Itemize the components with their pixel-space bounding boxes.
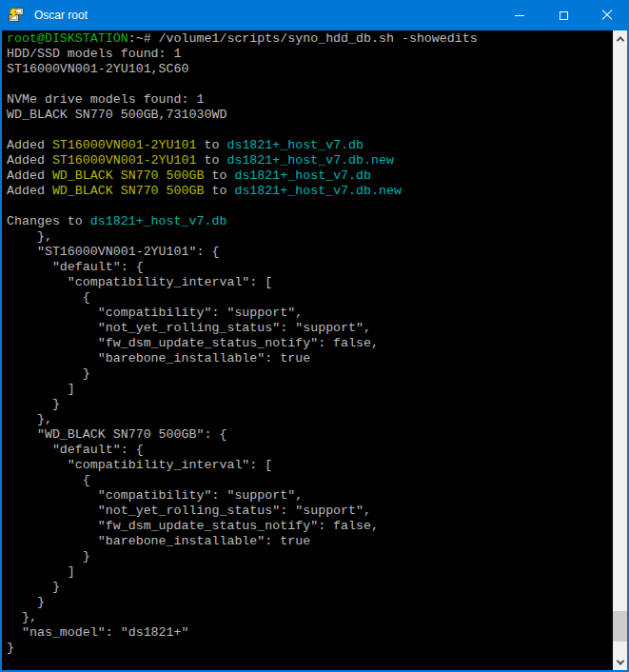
scrollbar[interactable] xyxy=(613,30,627,670)
terminal-line: } xyxy=(7,549,613,564)
terminal-line: "barebone_installable": true xyxy=(7,534,613,549)
terminal-line: "compatibility_interval": [ xyxy=(7,275,613,290)
maximize-icon xyxy=(560,11,568,20)
terminal-line: ] xyxy=(7,382,613,397)
terminal-line: Added ST16000VN001-2YU101 to ds1821+_hos… xyxy=(7,138,613,153)
scroll-down-button[interactable] xyxy=(613,654,627,670)
terminal-line: "not_yet_rolling_status": "support", xyxy=(7,321,613,336)
terminal-line: NVMe drive models found: 1 xyxy=(7,92,613,108)
terminal-line: "barebone_installable": true xyxy=(7,351,613,366)
terminal-line: ] xyxy=(7,564,613,580)
terminal-line: "compatibility": "support", xyxy=(7,306,613,321)
putty-window: Oscar root root@DISKSTATION:~# /volume1/… xyxy=(0,0,629,672)
minimize-icon xyxy=(515,15,524,16)
terminal-line: } xyxy=(7,580,613,595)
terminal-output[interactable]: root@DISKSTATION:~# /volume1/scripts/syn… xyxy=(2,30,613,670)
terminal-line: WD_BLACK SN770 500GB,731030WD xyxy=(7,108,613,123)
terminal-line: Changes to ds1821+_host_v7.db xyxy=(7,214,613,229)
scroll-up-button[interactable] xyxy=(613,30,627,47)
terminal-line: HDD/SSD models found: 1 xyxy=(7,47,613,62)
terminal-line: Added WD_BLACK SN770 500GB to ds1821+_ho… xyxy=(7,168,613,184)
terminal-line: "ST16000VN001-2YU101": { xyxy=(7,245,613,260)
terminal-line: Added WD_BLACK SN770 500GB to ds1821+_ho… xyxy=(7,184,613,199)
scrollbar-thumb[interactable] xyxy=(613,611,627,642)
terminal-line: { xyxy=(7,290,613,306)
terminal-line xyxy=(7,77,613,92)
terminal-line: ST16000VN001-2YU101,SC60 xyxy=(7,62,613,77)
terminal-line: "compatibility_interval": [ xyxy=(7,458,613,473)
terminal-line: } xyxy=(7,595,613,610)
terminal-line: }, xyxy=(7,229,613,245)
terminal-line: "default": { xyxy=(7,443,613,458)
titlebar[interactable]: Oscar root xyxy=(0,0,629,30)
terminal-line: root@DISKSTATION:~# /volume1/scripts/syn… xyxy=(7,31,613,47)
window-controls xyxy=(498,0,629,30)
terminal-line: }, xyxy=(7,610,613,625)
terminal-line: "nas_model": "ds1821+" xyxy=(7,625,613,641)
terminal-line: "fw_dsm_update_status_notify": false, xyxy=(7,336,613,351)
terminal-line: "default": { xyxy=(7,260,613,275)
terminal-line xyxy=(7,199,613,214)
terminal-line: "WD_BLACK SN770 500GB": { xyxy=(7,427,613,443)
window-title: Oscar root xyxy=(34,9,498,22)
close-icon xyxy=(601,10,613,21)
terminal-line: } xyxy=(7,397,613,412)
terminal-line xyxy=(7,123,613,138)
terminal-line: "not_yet_rolling_status": "support", xyxy=(7,504,613,519)
terminal-line: "compatibility": "support", xyxy=(7,488,613,504)
terminal-line: } xyxy=(7,641,613,656)
terminal-line: } xyxy=(7,366,613,382)
chevron-up-icon xyxy=(616,36,623,44)
terminal-line: { xyxy=(7,473,613,488)
maximize-button[interactable] xyxy=(541,0,585,30)
close-button[interactable] xyxy=(585,0,629,30)
window-body: root@DISKSTATION:~# /volume1/scripts/syn… xyxy=(0,30,629,672)
chevron-down-icon xyxy=(616,657,623,664)
minimize-button[interactable] xyxy=(498,0,541,30)
terminal-line: "fw_dsm_update_status_notify": false, xyxy=(7,519,613,534)
terminal-line: Added ST16000VN001-2YU101 to ds1821+_hos… xyxy=(7,153,613,168)
terminal-line: }, xyxy=(7,412,613,427)
putty-icon xyxy=(8,7,25,24)
